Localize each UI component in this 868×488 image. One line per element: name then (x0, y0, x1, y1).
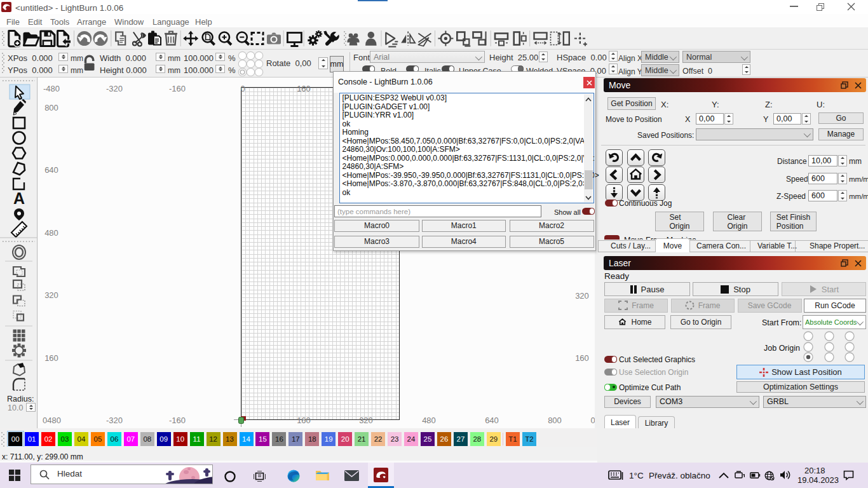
svg-text:A: A (13, 189, 25, 207)
